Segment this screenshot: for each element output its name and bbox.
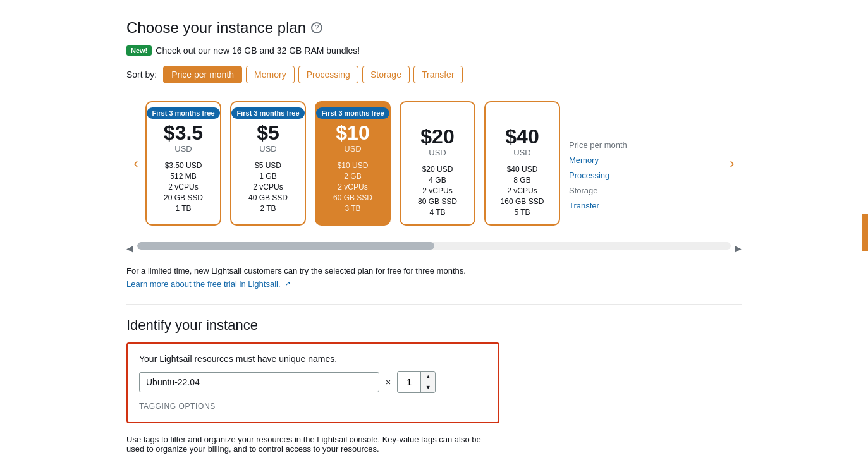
plans-list: First 3 months free $3.5 USD $3.50 USD 5… — [145, 95, 723, 232]
times-symbol: × — [386, 377, 391, 387]
sort-storage-button[interactable]: Storage — [362, 66, 410, 83]
free-badge-2: First 3 months free — [316, 107, 389, 119]
spec-legend: Price per month Memory Processing Storag… — [569, 101, 632, 226]
plan-card-4[interactable]: $40 USD $40 USD 8 GB 2 vCPUs 160 GB SSD … — [484, 101, 560, 226]
carousel-prev-button[interactable]: ‹ — [126, 145, 145, 183]
free-badge-1: First 3 months free — [231, 107, 304, 119]
free-trial-link[interactable]: Learn more about the free trial in Light… — [126, 279, 742, 289]
plan-card-2[interactable]: First 3 months free $10 USD $10 USD 2 GB… — [315, 101, 391, 226]
currency-4: USD — [513, 148, 530, 157]
specs-3: $20 USD 4 GB 2 vCPUs 80 GB SSD 4 TB — [418, 165, 457, 217]
external-link-icon — [283, 281, 291, 288]
page-title: Choose your instance plan ? — [126, 19, 742, 37]
section-divider — [126, 304, 742, 305]
legend-transfer[interactable]: Transfer — [569, 200, 632, 212]
sort-price-button[interactable]: Price per month — [163, 66, 242, 83]
legend-processing[interactable]: Processing — [569, 169, 632, 182]
sort-row: Sort by: Price per month Memory Processi… — [126, 66, 742, 83]
specs-2: $10 USD 2 GB 2 vCPUs 60 GB SSD 3 TB — [333, 161, 372, 213]
currency-0: USD — [174, 144, 192, 154]
instance-name-row: × ▲ ▼ — [139, 371, 487, 393]
plan-card-0[interactable]: First 3 months free $3.5 USD $3.50 USD 5… — [145, 101, 221, 226]
quantity-input[interactable] — [398, 372, 420, 392]
carousel-next-button[interactable]: › — [723, 145, 742, 183]
identify-desc: Your Lightsail resources must have uniqu… — [139, 354, 487, 364]
scroll-left-button[interactable]: ◀ — [126, 243, 133, 253]
plan-card-3[interactable]: $20 USD $20 USD 4 GB 2 vCPUs 80 GB SSD 4… — [400, 101, 475, 226]
price-2: $10 — [336, 123, 369, 143]
legend-storage: Storage — [569, 184, 632, 197]
identify-box: Your Lightsail resources must have uniqu… — [126, 342, 499, 423]
quantity-stepper: ▲ ▼ — [397, 371, 436, 393]
help-icon[interactable]: ? — [311, 22, 322, 33]
currency-1: USD — [259, 144, 276, 154]
free-trial-text: For a limited time, new Lightsail custom… — [126, 266, 742, 275]
tagging-footer-text: Use tags to filter and organize your res… — [126, 435, 499, 454]
plans-carousel: ‹ First 3 months free $3.5 USD $3.50 USD… — [126, 95, 742, 232]
scroll-thumb — [137, 242, 434, 250]
stepper-buttons: ▲ ▼ — [420, 372, 435, 392]
sort-memory-button[interactable]: Memory — [246, 66, 295, 83]
sort-processing-button[interactable]: Processing — [298, 66, 358, 83]
price-0: $3.5 — [164, 123, 203, 143]
price-3: $20 — [420, 126, 454, 147]
sort-label: Sort by: — [126, 69, 157, 80]
tagging-options-label: TAGGING OPTIONS — [139, 402, 487, 411]
currency-3: USD — [429, 148, 446, 157]
identify-section-title: Identify your instance — [126, 317, 742, 334]
price-1: $5 — [257, 123, 279, 143]
currency-2: USD — [344, 144, 361, 154]
scroll-bar-wrapper: ◀ ▶ — [126, 238, 742, 258]
stepper-up-button[interactable]: ▲ — [421, 372, 435, 382]
specs-4: $40 USD 8 GB 2 vCPUs 160 GB SSD 5 TB — [501, 165, 544, 217]
legend-memory[interactable]: Memory — [569, 154, 632, 167]
banner-text: Check out our new 16 GB and 32 GB RAM bu… — [156, 45, 360, 56]
new-banner: New! Check out our new 16 GB and 32 GB R… — [126, 45, 742, 56]
stepper-down-button[interactable]: ▼ — [421, 382, 435, 392]
specs-1: $5 USD 1 GB 2 vCPUs 40 GB SSD 2 TB — [248, 161, 288, 213]
side-indicator — [862, 214, 868, 251]
sort-transfer-button[interactable]: Transfer — [413, 66, 463, 83]
free-badge-0: First 3 months free — [147, 107, 219, 119]
instance-name-input[interactable] — [139, 372, 379, 392]
plan-card-1[interactable]: First 3 months free $5 USD $5 USD 1 GB 2… — [230, 101, 306, 226]
specs-0: $3.50 USD 512 MB 2 vCPUs 20 GB SSD 1 TB — [164, 161, 203, 213]
price-4: $40 — [505, 126, 539, 147]
new-badge: New! — [126, 45, 152, 56]
scroll-bar[interactable] — [137, 242, 731, 250]
scroll-right-button[interactable]: ▶ — [735, 243, 742, 253]
legend-price: Price per month — [569, 139, 632, 152]
